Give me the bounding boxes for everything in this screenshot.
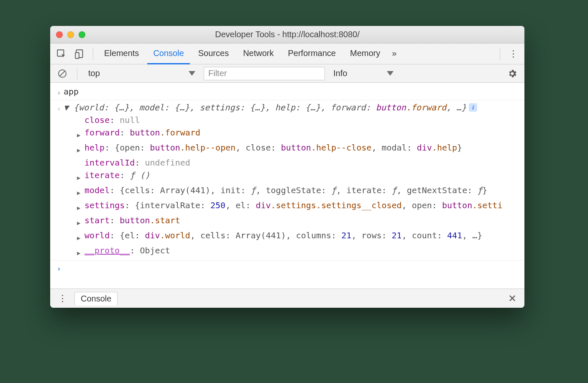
chevron-down-icon <box>387 71 394 76</box>
context-value: top <box>88 69 100 78</box>
drawer: ⋯ Console ✕ <box>50 289 524 308</box>
console-settings-icon[interactable] <box>504 66 520 82</box>
console-output: › app ‹ ▼ {world: {…}, model: {…}, setti… <box>50 83 524 289</box>
main-tabbar: Elements Console Sources Network Perform… <box>50 43 524 64</box>
tab-elements[interactable]: Elements <box>98 43 145 64</box>
console-input-echo: › app <box>50 84 524 100</box>
tab-network[interactable]: Network <box>237 43 279 64</box>
window-controls <box>56 31 85 38</box>
tab-console[interactable]: Console <box>147 43 189 64</box>
tabs-overflow-button[interactable]: » <box>389 43 400 64</box>
close-drawer-icon[interactable]: ✕ <box>504 291 520 306</box>
prop-close[interactable]: close: null <box>77 114 520 126</box>
devtools-window: Developer Tools - http://localhost:8080/… <box>50 26 524 308</box>
prop-iterate[interactable]: ▶ iterate: ƒ () <box>77 169 520 184</box>
prop-help[interactable]: ▶ help: {open: button.help--open, close:… <box>77 141 520 156</box>
log-level-selector[interactable]: Info <box>329 67 396 80</box>
context-selector[interactable]: top <box>84 67 199 80</box>
drawer-console-tab[interactable]: Console <box>74 292 118 305</box>
separator <box>500 48 500 60</box>
console-toolbar: top Info <box>50 64 524 83</box>
filter-input[interactable] <box>204 67 325 80</box>
info-badge-icon[interactable]: i <box>469 103 477 112</box>
prop-start[interactable]: ▶ start: button.start <box>77 214 520 229</box>
tab-sources[interactable]: Sources <box>192 43 235 64</box>
prompt-chevron-icon: › <box>54 261 64 275</box>
more-menu-icon[interactable]: ⋯ <box>505 46 521 62</box>
output-chevron-icon: ‹ <box>54 101 64 115</box>
separator <box>77 68 77 79</box>
minimize-window-button[interactable] <box>67 31 74 38</box>
close-window-button[interactable] <box>56 31 63 38</box>
clear-console-icon[interactable] <box>54 66 70 82</box>
prop-forward[interactable]: ▶ forward: button.forward <box>77 126 520 141</box>
window-title: Developer Tools - http://localhost:8080/ <box>50 30 524 39</box>
device-toolbar-icon[interactable] <box>72 46 88 62</box>
tab-memory[interactable]: Memory <box>344 43 386 64</box>
tab-performance[interactable]: Performance <box>282 43 342 64</box>
console-prompt[interactable]: › <box>50 260 524 276</box>
log-level-value: Info <box>333 69 347 78</box>
object-tree: close: null ▶ forward: button.forward ▶ … <box>64 114 520 259</box>
svg-rect-2 <box>75 52 79 58</box>
prop-intervalid[interactable]: intervalId: undefined <box>77 156 520 169</box>
inspect-element-icon[interactable] <box>54 46 69 62</box>
prop-settings[interactable]: ▶ settings: {intervalRate: 250, el: div.… <box>77 199 520 214</box>
input-chevron-icon: › <box>54 85 64 99</box>
drawer-menu-icon[interactable]: ⋯ <box>54 291 70 306</box>
console-command[interactable]: app <box>64 85 520 98</box>
prop-proto[interactable]: ▶ __proto__: Object <box>77 244 520 259</box>
console-output-object[interactable]: ‹ ▼ {world: {…}, model: {…}, settings: {… <box>50 100 524 260</box>
chevron-down-icon <box>189 71 195 76</box>
separator <box>93 48 93 60</box>
titlebar: Developer Tools - http://localhost:8080/ <box>50 26 524 43</box>
zoom-window-button[interactable] <box>79 31 85 38</box>
object-summary[interactable]: ▼ {world: {…}, model: {…}, settings: {…}… <box>64 101 520 114</box>
prop-world[interactable]: ▶ world: {el: div.world, cells: Array(44… <box>77 229 520 244</box>
prop-model[interactable]: ▶ model: {cells: Array(441), init: ƒ, to… <box>77 184 520 199</box>
